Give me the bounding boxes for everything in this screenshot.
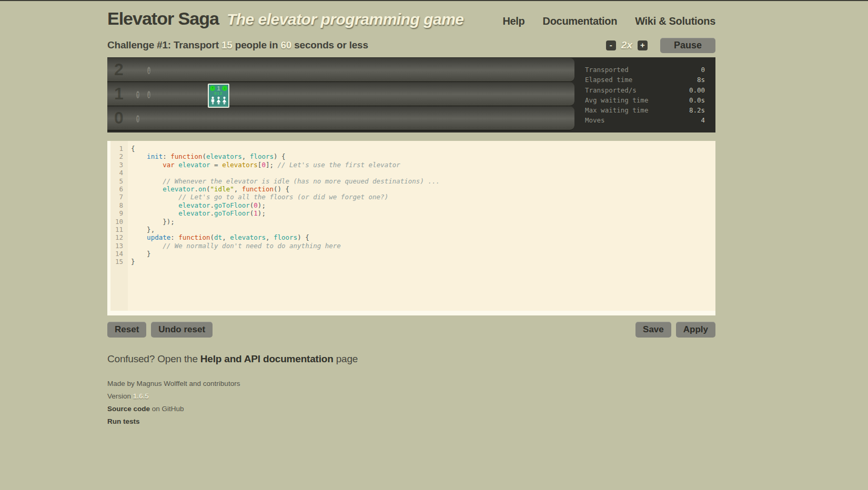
call-down-button[interactable]: ↓ bbox=[147, 67, 150, 74]
speed-label: 2x bbox=[621, 39, 632, 51]
help-documentation-link[interactable]: Help and API documentation bbox=[200, 353, 334, 364]
app-title: Elevator Saga bbox=[107, 8, 219, 29]
code-line: 5 // Whenever the elevator is idle (has … bbox=[110, 177, 715, 185]
version-line: Version 1.6.5 bbox=[107, 393, 715, 400]
line-number: 3 bbox=[110, 161, 128, 169]
line-number: 9 bbox=[110, 209, 128, 217]
line-number: 5 bbox=[110, 177, 128, 185]
line-number: 2 bbox=[110, 152, 128, 160]
run-tests-line: Run tests bbox=[107, 418, 715, 425]
call-slot-up: ↑ bbox=[136, 89, 145, 98]
call-slot-down: ↓ bbox=[147, 65, 156, 74]
line-number: 1 bbox=[110, 145, 128, 152]
code-line: 10 }); bbox=[110, 218, 715, 226]
code-text: elevator.goToFloor(0); bbox=[128, 201, 266, 209]
apply-button[interactable]: Apply bbox=[676, 322, 715, 338]
code-line: 8 elevator.goToFloor(0); bbox=[110, 201, 715, 209]
line-number: 8 bbox=[110, 201, 128, 209]
code-line: 1{ bbox=[110, 145, 715, 152]
stat-value: 8s bbox=[697, 75, 705, 85]
stat-value: 8.2s bbox=[689, 105, 705, 115]
source-code-link[interactable]: Source code bbox=[107, 405, 150, 413]
floor-0: 0↑ bbox=[107, 106, 574, 130]
challenge-people-count: 15 bbox=[221, 39, 233, 50]
elevator-passengers bbox=[210, 96, 227, 105]
pause-button[interactable]: Pause bbox=[660, 38, 715, 53]
undo-reset-button[interactable]: Undo reset bbox=[151, 322, 213, 338]
code-line: 12 update: function(dt, elevators, floor… bbox=[110, 233, 715, 241]
code-text: // Whenever the elevator is idle (has no… bbox=[128, 177, 440, 185]
code-editor[interactable]: 1{2 init: function(elevators, floors) {3… bbox=[107, 141, 715, 315]
code-line: 14 } bbox=[110, 250, 715, 258]
save-apply-group: Save Apply bbox=[635, 322, 715, 338]
call-up-button[interactable]: ↑ bbox=[136, 115, 139, 122]
call-slot-up: ↑ bbox=[136, 114, 145, 122]
floors-area: 2↓1↑↓0↑↑1↓012 bbox=[107, 57, 574, 132]
code-text: update: function(dt, elevators, floors) … bbox=[128, 233, 309, 241]
source-suffix: on GitHub bbox=[150, 405, 184, 413]
line-number: 7 bbox=[110, 193, 128, 201]
elevator-button-lights: 012 bbox=[210, 91, 227, 95]
main-nav: HelpDocumentationWiki & Solutions bbox=[502, 15, 715, 27]
credits: Made by Magnus Wolffelt and contributors bbox=[107, 380, 715, 387]
save-button[interactable]: Save bbox=[635, 322, 671, 338]
call-up-button[interactable]: ↑ bbox=[136, 91, 139, 98]
floor-call-buttons: ↑ bbox=[136, 114, 156, 122]
elevator: ↑1↓012 bbox=[208, 84, 229, 108]
code-line: 2 init: function(elevators, floors) { bbox=[110, 152, 715, 160]
nav-link-documentation[interactable]: Documentation bbox=[543, 15, 618, 27]
nav-link-wiki-solutions[interactable]: Wiki & Solutions bbox=[635, 15, 715, 27]
stats-panel: Transported0Elapsed time8sTransported/s0… bbox=[574, 57, 715, 132]
challenge-text: Challenge #1: Transport 15 people in 60 … bbox=[107, 39, 368, 51]
code-line: 7 // Let's go to all the floors (or did … bbox=[110, 193, 715, 201]
stat-label: Avg waiting time bbox=[585, 95, 648, 105]
stat-label: Transported bbox=[585, 65, 629, 75]
speed-increase-button[interactable]: + bbox=[638, 40, 648, 50]
code-text: elevator.goToFloor(1); bbox=[128, 209, 266, 217]
run-tests-link[interactable]: Run tests bbox=[107, 417, 140, 425]
code-line: 6 elevator.on("idle", function() { bbox=[110, 185, 715, 193]
challenge-prefix: Challenge #1: Transport bbox=[107, 39, 221, 50]
reset-button[interactable]: Reset bbox=[107, 322, 146, 338]
stat-value: 4 bbox=[701, 115, 705, 125]
stat-row: Transported/s0.00 bbox=[585, 85, 705, 95]
passenger-male-icon bbox=[210, 96, 216, 105]
code-line: 3 var elevator = elevators[0]; // Let's … bbox=[110, 161, 715, 169]
floor-1: 1↑↓ bbox=[107, 82, 574, 106]
code-text: } bbox=[128, 258, 135, 266]
stat-value: 0.0s bbox=[689, 95, 705, 105]
source-line: Source code on GitHub bbox=[107, 405, 715, 413]
code-line: 9 elevator.goToFloor(1); bbox=[110, 209, 715, 217]
elevator-floor-indicator: 1 bbox=[217, 85, 220, 91]
stat-value: 0.00 bbox=[689, 85, 705, 95]
stat-label: Elapsed time bbox=[585, 75, 632, 85]
elevator-indicator-row: ↑1↓ bbox=[210, 85, 227, 91]
help-line-suffix: page bbox=[334, 353, 358, 364]
challenge-seconds: 60 bbox=[280, 39, 291, 50]
call-down-button[interactable]: ↓ bbox=[147, 91, 150, 98]
line-number: 12 bbox=[110, 233, 128, 241]
help-line: Confused? Open the Help and API document… bbox=[107, 353, 715, 365]
page-container: Elevator Saga The elevator programming g… bbox=[107, 1, 715, 431]
floor-label: 1 bbox=[114, 84, 128, 104]
code-line: 15} bbox=[110, 258, 715, 266]
code-text: }, bbox=[128, 226, 155, 233]
call-slot-down bbox=[147, 114, 156, 122]
header: Elevator Saga The elevator programming g… bbox=[107, 8, 715, 30]
code-text: // Let's go to all the floors (or did we… bbox=[128, 193, 388, 201]
stat-row: Elapsed time8s bbox=[585, 75, 705, 85]
code-text: var elevator = elevators[0]; // Let's us… bbox=[128, 161, 400, 169]
stat-row: Max waiting time8.2s bbox=[585, 105, 705, 115]
stat-label: Max waiting time bbox=[585, 105, 648, 115]
stat-label: Transported/s bbox=[585, 85, 637, 95]
help-line-prefix: Confused? Open the bbox=[107, 353, 200, 364]
speed-decrease-button[interactable]: - bbox=[606, 40, 616, 50]
nav-link-help[interactable]: Help bbox=[502, 15, 524, 27]
line-number: 11 bbox=[110, 226, 128, 233]
line-number: 10 bbox=[110, 218, 128, 226]
code-line: 4 bbox=[110, 169, 715, 177]
challenge-row: Challenge #1: Transport 15 people in 60 … bbox=[107, 37, 715, 53]
stat-row: Avg waiting time0.0s bbox=[585, 95, 705, 105]
passenger-female-icon bbox=[216, 96, 221, 105]
game-world: 2↓1↑↓0↑↑1↓012 Transported0Elapsed time8s… bbox=[107, 57, 715, 132]
